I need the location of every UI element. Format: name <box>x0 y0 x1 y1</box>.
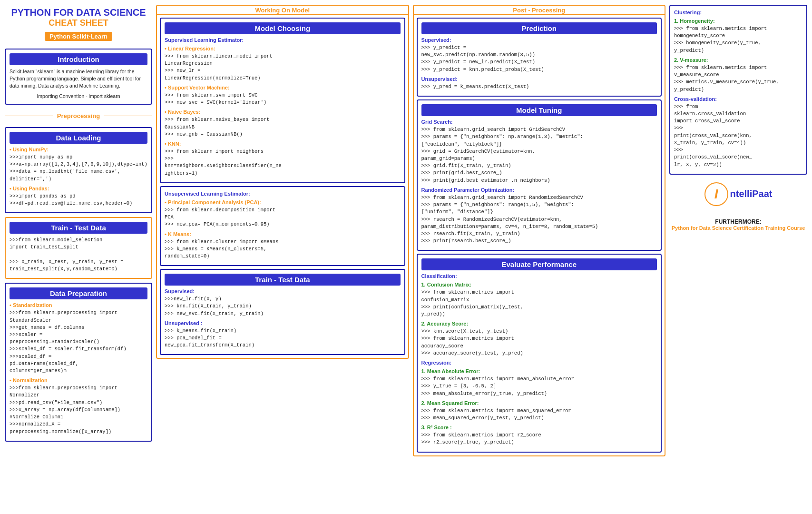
mae-label: 1. Mean Absolute Error: <box>421 368 657 374</box>
mae-code: >>> from sklearn.metrics import mean_abs… <box>421 376 657 397</box>
evaluate-performance-box: Evaluate Performance Classification: 1. … <box>417 254 662 452</box>
r2-code: >>> from sklearn.metrics import r2_score… <box>421 432 657 446</box>
pca-code: >>> from sklearn.decomposition import PC… <box>165 207 401 228</box>
r2-section: 3. R² Score : >>> from sklearn.metrics i… <box>421 425 657 446</box>
data-preparation-title: Data Preparation <box>10 287 147 299</box>
main-title: PYTHON FOR DATA SCIENCE <box>7 7 150 18</box>
furthermore-section: FURTHERMORE: Python for Data Science Cer… <box>669 218 807 231</box>
accuracy-score-code: >>> knn.score(X_test, y_test) >>> from s… <box>421 328 657 357</box>
clustering-box: Clustering: 1. Homogeneity: >>> from skl… <box>669 5 807 175</box>
classification-label: Classification: <box>421 273 657 279</box>
knn-label: • KNN: <box>165 141 401 147</box>
homogeneity-label: 1. Homogeneity: <box>674 18 802 24</box>
post-processing-header: Post - Processing <box>413 5 666 15</box>
mse-section: 2. Mean Squared Error: >>> from sklearn.… <box>421 400 657 422</box>
confusion-matrix-code: >>> from sklearn.metrics import confusio… <box>421 289 657 318</box>
accuracy-score-label: 2. Accuracy Score: <box>421 321 657 326</box>
randomized-label: Randomized Parameter Optimization: <box>421 187 657 193</box>
naive-bayes-code: >>> from sklearn.naive_bayes import Gaus… <box>165 116 401 138</box>
logo-text-area: ntelliPaat <box>730 188 773 199</box>
unsupervised-tt-code: >>> k_means.fit(X_train) >>> pca_model_f… <box>165 327 401 349</box>
mae-section: 1. Mean Absolute Error: >>> from sklearn… <box>421 368 657 397</box>
column-4: Clustering: 1. Homogeneity: >>> from skl… <box>669 5 807 509</box>
preprocessing-line-right <box>104 116 152 116</box>
pca-label: • Principal Component Analysis (PCA): <box>165 199 401 205</box>
kmeans-code: >>> from sklearn.cluster import KMeans >… <box>165 238 401 260</box>
data-loading-title: Data Loading <box>10 132 147 144</box>
data-loading-box: Data Loading • Using NumPy: >>>import nu… <box>5 127 152 213</box>
r2-label: 3. R² Score : <box>421 425 657 430</box>
train-test-title: Train - Test Data <box>10 222 147 234</box>
pandas-label: • Using Pandas: <box>10 186 147 191</box>
mse-label: 2. Mean Squared Error: <box>421 400 657 406</box>
accuracy-score-section: 2. Accuracy Score: >>> knn.score(X_test,… <box>421 321 657 357</box>
prediction-supervised-label: Supervised: <box>421 37 657 43</box>
unsupervised-estimator-label: Unsupervised Learning Estimator: <box>165 191 401 197</box>
naive-bayes-section: • Naive Bayes: >>> from sklearn.naive_ba… <box>165 109 401 138</box>
svm-section: • Support Vector Machine: >>> from sklea… <box>165 85 401 106</box>
cheat-sheet-label: CHEAT SHEET <box>7 18 150 28</box>
train-test-working-title: Train - Test Data <box>165 274 401 286</box>
pandas-code: >>>import pandas as pd >>>df=pd.read_csv… <box>10 193 147 207</box>
logo-brand: ntelliPaat <box>730 188 773 199</box>
clustering-label: Clustering: <box>674 10 802 15</box>
intellipaat-logo-box: I ntelliPaat <box>669 182 807 206</box>
furthermore-label: FURTHERMORE: <box>669 218 807 225</box>
confusion-matrix-section: 1. Confusion Matrix: >>> from sklearn.me… <box>421 282 657 318</box>
prediction-unsupervised-code: >>> y_pred = k_means.predict(X_test) <box>421 83 657 90</box>
grid-search-label: Grid Search: <box>421 119 657 125</box>
post-processing-header-area: Post - Processing Prediction Supervised:… <box>413 5 666 456</box>
v-measure-section: 2. V-measure: >>> from sklearn.metrics i… <box>674 57 802 93</box>
knn-section: • KNN: >>> from sklearn import neighbors… <box>165 141 401 177</box>
knn-code: >>> from sklearn import neighbors >>> kn… <box>165 148 401 177</box>
standardization-code: >>>from sklearn.preprocessing import Sta… <box>10 309 147 375</box>
header-section: PYTHON FOR DATA SCIENCE CHEAT SHEET Pyth… <box>5 5 152 45</box>
homogeneity-code: >>> from sklearn.metrics import homogene… <box>674 25 802 54</box>
normalization-code: >>>from sklearn.preprocessing import Nor… <box>10 385 147 435</box>
linear-regression-section: • Linear Regression: >>> from sklearn.li… <box>165 46 401 82</box>
introduction-body: Scikit-learn:"sklearn" is a machine lear… <box>10 68 147 90</box>
regression-label: Regression: <box>421 360 657 366</box>
model-choosing-title: Model Choosing <box>165 22 401 34</box>
standardization-label: • Standardization <box>10 302 147 308</box>
cross-validation-label: Cross-validation: <box>674 96 802 102</box>
prediction-box: Prediction Supervised: >>> y_predict = n… <box>417 18 662 97</box>
supervised-tt-code: >>>new_lr.fit(X, y) >>> knn.fit(X_train,… <box>165 296 401 317</box>
post-processing-outer-box: Prediction Supervised: >>> y_predict = n… <box>413 14 666 456</box>
introduction-title: Introduction <box>10 53 147 65</box>
numpy-label: • Using NumPy: <box>10 147 147 152</box>
kmeans-section: • K Means: >>> from sklearn.cluster impo… <box>165 231 401 260</box>
evaluate-performance-title: Evaluate Performance <box>421 258 657 270</box>
numpy-code: >>>import numpy as np >>>a=np.array([1,2… <box>10 154 147 183</box>
preprocessing-text: Preprocessing <box>53 112 104 119</box>
model-tuning-box: Model Tuning Grid Search: >>> from sklea… <box>417 99 662 251</box>
confusion-matrix-label: 1. Confusion Matrix: <box>421 282 657 287</box>
svm-label: • Support Vector Machine: <box>165 85 401 90</box>
model-choosing-box: Model Choosing Supervised Learning Estim… <box>160 18 405 183</box>
train-test-box: Train - Test Data >>>from sklearn.model_… <box>5 217 152 279</box>
kmeans-label: • K Means: <box>165 231 401 237</box>
grid-search-code: >>> from sklearn.grid_search import Grid… <box>421 126 657 184</box>
linear-regression-label: • Linear Regression: <box>165 46 401 51</box>
linear-regression-code: >>> from sklearn.linear_model import Lin… <box>165 53 401 82</box>
column-3: Post - Processing Prediction Supervised:… <box>413 5 666 509</box>
data-preparation-box: Data Preparation • Standardization >>>fr… <box>5 283 152 442</box>
prediction-supervised-code: >>> y_predict = new_svc.predict(np.rando… <box>421 44 657 73</box>
v-measure-label: 2. V-measure: <box>674 57 802 63</box>
svm-code: >>> from sklearn.svm import SVC >>> new_… <box>165 92 401 106</box>
unsupervised-tt-label: Unsupervised : <box>165 320 401 326</box>
unsupervised-model-box: Unsupervised Learning Estimator: • Princ… <box>160 186 405 266</box>
introduction-box: Introduction Scikit-learn:"sklearn" is a… <box>5 49 152 105</box>
model-tuning-title: Model Tuning <box>421 104 657 116</box>
homogeneity-section: 1. Homogeneity: >>> from sklearn.metrics… <box>674 18 802 54</box>
prediction-unsupervised-label: Unsupervised: <box>421 76 657 82</box>
logo-circle: I <box>704 182 728 206</box>
introduction-importing: Importing Convention - import sklearn <box>10 93 147 100</box>
naive-bayes-label: • Naive Bayes: <box>165 109 401 115</box>
train-test-working-box: Train - Test Data Supervised: >>>new_lr.… <box>160 269 405 355</box>
furthermore-link[interactable]: Python for Data Science Certification Tr… <box>669 225 807 231</box>
working-on-model-header-area: Working On Model Model Choosing Supervis… <box>156 5 409 359</box>
mse-code: >>> from sklearn.metrics import mean_squ… <box>421 407 657 422</box>
working-on-model-header: Working On Model <box>156 5 409 15</box>
v-measure-code: >>> from sklearn.metrics import v_measur… <box>674 64 802 93</box>
